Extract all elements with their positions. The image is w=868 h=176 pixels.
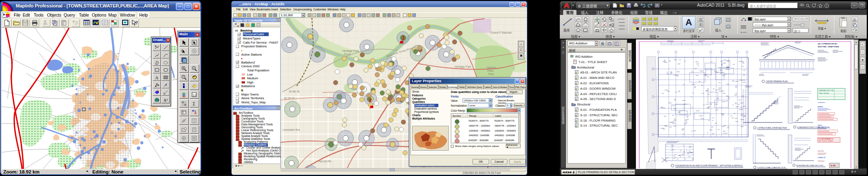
svg-text:FOUNDATION PLAN AND FLOOR FRAM: FOUNDATION PLAN AND FLOOR FRAMING - SHT … bbox=[675, 164, 743, 167]
svg-text:1 ROOF FRAMING PLAN: 1 ROOF FRAMING PLAN bbox=[766, 81, 788, 83]
svg-text:SPEC 1400-6A: SPEC 1400-6A bbox=[819, 93, 829, 94]
svg-text:FLOOR FRAMING PL: FLOOR FRAMING PL bbox=[819, 138, 834, 140]
svg-text:sheet No: sheet No bbox=[818, 150, 823, 152]
svg-text:241 CYPRESSTON INC: 241 CYPRESSTON INC bbox=[818, 43, 838, 45]
svg-text:Field: Field bbox=[487, 69, 493, 72]
svg-text:no datums: no datums bbox=[818, 102, 825, 103]
svg-text:A²: A² bbox=[163, 98, 168, 103]
svg-text:2: 2 bbox=[369, 98, 371, 103]
svg-text:S-08: S-08 bbox=[831, 164, 836, 167]
svg-text:A PERIMETER STAIR SECTION: A PERIMETER STAIR SECTION bbox=[796, 164, 823, 166]
svg-text:Heritage Park: Heritage Park bbox=[342, 49, 359, 53]
svg-text:Plaza: Plaza bbox=[344, 53, 351, 56]
svg-text:project: project bbox=[818, 106, 823, 108]
svg-text:Σ: Σ bbox=[193, 101, 195, 106]
svg-text:?: ? bbox=[183, 76, 184, 78]
svg-text:2 STRUCTURAL STAIR SECTION: 2 STRUCTURAL STAIR SECTION bbox=[757, 127, 787, 129]
svg-text:Grand P Railroad: Grand P Railroad bbox=[491, 31, 512, 34]
svg-text:sheet: sheet bbox=[818, 125, 822, 126]
svg-text:W 7th St: W 7th St bbox=[284, 97, 294, 100]
svg-text:Heritage Park: Heritage Park bbox=[455, 65, 471, 68]
svg-text:SECTIONS & DETAILS: SECTIONS & DETAILS bbox=[819, 140, 833, 142]
svg-text:4 STRUCTURAL STAIR SECTION: 4 STRUCTURAL STAIR SECTION bbox=[757, 166, 786, 169]
svg-text:SHOTTED • DRAFTVIEW: SHOTTED • DRAFTVIEW bbox=[818, 46, 839, 48]
svg-text:coming on: coming on bbox=[818, 160, 825, 162]
svg-text:Harmon: Harmon bbox=[487, 66, 497, 69]
svg-text:B BASEMENT/FIRST STAIR SECTIO: B BASEMENT/FIRST STAIR SECTION bbox=[797, 126, 829, 128]
svg-text:Lancaster Ave: Lancaster Ave bbox=[283, 128, 300, 131]
svg-text:Harrold Rd: Harrold Rd bbox=[318, 160, 331, 163]
svg-text:?: ? bbox=[826, 4, 827, 7]
svg-text:?: ? bbox=[135, 20, 138, 25]
svg-text:GENERAL SHTG TBL: GENERAL SHTG TBL bbox=[819, 90, 834, 91]
svg-text:W 5th St: W 5th St bbox=[289, 90, 299, 93]
svg-text:12: 12 bbox=[193, 93, 196, 97]
svg-text:1: 1 bbox=[402, 35, 405, 40]
svg-text:DRAWN BY: DRAWN BY bbox=[818, 157, 826, 159]
svg-text:Park: Park bbox=[488, 73, 494, 76]
svg-text:A: A bbox=[155, 75, 158, 80]
